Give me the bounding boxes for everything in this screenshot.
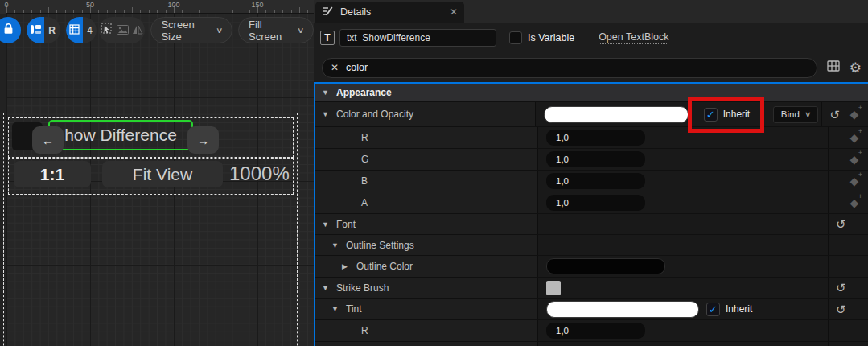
textblock-show-difference[interactable]: how Difference — [64, 126, 177, 145]
chevron-down-icon: ∨ — [216, 26, 224, 35]
expander-icon[interactable]: ▼ — [331, 305, 339, 313]
tab-details[interactable]: Details ✕ — [315, 2, 464, 23]
nav-left-button[interactable]: ← — [32, 126, 64, 154]
designer-viewport[interactable]: 050100150 R — [0, 0, 314, 346]
row-a[interactable]: A 1,0 ◆+ — [315, 192, 868, 214]
row-font[interactable]: ▼ Font ↺ — [315, 214, 868, 235]
value-field[interactable]: 1,0 — [546, 323, 645, 339]
grid-icon — [69, 23, 80, 38]
ruler-horizontal: 050100150 — [6, 0, 314, 14]
zoom-percent-text[interactable]: 1000% — [229, 163, 290, 185]
row-outline-color[interactable]: ▶ Outline Color — [315, 256, 868, 278]
row-outline-settings[interactable]: ▼ Outline Settings — [315, 235, 868, 256]
reset-to-default-icon[interactable]: ↺ — [836, 303, 846, 315]
property-label: R — [361, 325, 368, 336]
expander-icon[interactable]: ▼ — [322, 220, 330, 229]
row-r[interactable]: R 1,0 ◆+ — [315, 127, 868, 149]
chevron-down-icon: ∨ — [297, 26, 305, 35]
add-keyframe-icon[interactable]: ◆+ — [848, 109, 861, 120]
grid-snap-size[interactable]: 4 — [83, 17, 97, 43]
plus-glyph: + — [858, 128, 862, 135]
grid-snap-group: 4 — [66, 17, 97, 43]
tab-bar: Details ✕ — [314, 0, 868, 23]
expander-icon[interactable]: ▼ — [331, 241, 339, 249]
reset-to-default-icon[interactable]: ↺ — [836, 218, 846, 230]
plus-glyph: + — [858, 150, 862, 157]
property-label: Tint — [346, 303, 362, 315]
tab-title: Details — [340, 6, 443, 18]
row-b[interactable]: B 1,0 ◆+ — [315, 171, 868, 192]
outline-mode-group: R — [27, 17, 60, 43]
textblock-type-icon: T — [320, 31, 335, 45]
close-icon[interactable]: ✕ — [450, 6, 458, 18]
color-swatch[interactable] — [546, 258, 665, 274]
plus-glyph: + — [858, 193, 862, 200]
brush-swatch[interactable] — [546, 281, 561, 295]
row-partial — [315, 342, 868, 346]
value-field[interactable]: 1,0 — [546, 151, 645, 167]
add-keyframe-icon[interactable]: ◆+ — [848, 132, 861, 143]
fit-view-button[interactable]: Fit View — [102, 161, 223, 187]
property-label: Font — [336, 219, 356, 230]
is-variable-label: Is Variable — [528, 32, 574, 43]
widget-name-input[interactable] — [339, 29, 496, 47]
search-row: ✕ ⚙ — [314, 53, 868, 82]
bind-dropdown[interactable]: Bind ∨ — [773, 106, 819, 123]
add-keyframe-icon[interactable]: ◆+ — [848, 175, 861, 187]
property-label: G — [361, 154, 368, 165]
image-icon[interactable] — [117, 23, 129, 38]
expander-icon[interactable]: ▶ — [342, 262, 350, 270]
row-strike-brush[interactable]: ▼ Strike Brush ↺ — [315, 278, 868, 299]
row-tint[interactable]: ▼ Tint ✓ Inherit ↺ — [315, 299, 868, 320]
fill-screen-dropdown[interactable]: Fill Screen ∨ — [238, 17, 314, 43]
right-arrow-icon: → — [197, 134, 209, 147]
view-options-icon[interactable] — [827, 60, 840, 75]
row-tint-r[interactable]: R 1,0 — [315, 320, 868, 342]
grid-snap-button[interactable] — [66, 17, 84, 43]
category-appearance[interactable]: ▼ Appearance — [315, 84, 868, 102]
expander-icon[interactable]: ▼ — [322, 110, 330, 118]
inherit-label: Inherit — [726, 303, 752, 315]
reset-to-default-icon[interactable]: ↺ — [829, 109, 840, 121]
value-field[interactable]: 1,0 — [546, 130, 645, 146]
is-variable-checkbox[interactable] — [509, 31, 522, 44]
screen-size-dropdown[interactable]: Screen Size ∨ — [150, 17, 232, 43]
color-swatch[interactable] — [546, 301, 699, 318]
property-label: Outline Settings — [346, 240, 414, 251]
plus-glyph: + — [858, 105, 862, 112]
check-icon: ✓ — [709, 304, 718, 315]
reset-to-default-icon[interactable]: ↺ — [836, 282, 846, 294]
expander-icon[interactable]: ▼ — [322, 89, 330, 97]
red-highlight-box — [688, 97, 764, 133]
select-cursor-icon[interactable] — [101, 23, 113, 38]
search-input[interactable] — [346, 62, 808, 73]
fill-screen-label: Fill Screen — [249, 19, 292, 43]
gear-icon[interactable]: ⚙ — [849, 61, 862, 75]
inherit-checkbox[interactable]: ✓ — [706, 303, 720, 316]
expander-icon[interactable]: ▼ — [322, 284, 330, 292]
value-field[interactable]: 1,0 — [546, 195, 645, 211]
bind-label: Bind — [781, 109, 800, 119]
property-label: Outline Color — [356, 261, 413, 272]
widget-outlines-button[interactable] — [27, 17, 44, 43]
add-keyframe-icon[interactable]: ◆+ — [848, 154, 861, 165]
open-textblock-link[interactable]: Open TextBlock — [599, 31, 668, 44]
one-to-one-button[interactable]: 1:1 — [14, 161, 91, 187]
color-swatch[interactable] — [544, 106, 689, 123]
add-keyframe-icon[interactable]: ◆+ — [848, 197, 861, 208]
chevron-down-icon: ∨ — [804, 110, 812, 118]
respect-locks-button[interactable]: R — [44, 17, 60, 43]
flip-icon[interactable] — [132, 23, 143, 38]
umg-editor: 050100150 R — [0, 0, 868, 346]
lock-icon — [3, 23, 14, 38]
details-icon — [322, 5, 334, 20]
row-color-and-opacity[interactable]: ▼ Color and Opacity ✓ Inherit Bind ∨ ↺ ◆… — [315, 102, 868, 127]
widgets-icon — [30, 23, 42, 38]
search-box[interactable]: ✕ — [322, 58, 817, 78]
value-field[interactable]: 1,0 — [546, 173, 645, 189]
ruler-number: 150 — [251, 1, 263, 9]
lock-button[interactable] — [0, 17, 21, 43]
row-g[interactable]: G 1,0 ◆+ — [315, 149, 868, 171]
clear-search-icon[interactable]: ✕ — [331, 62, 339, 73]
nav-right-button[interactable]: → — [187, 126, 219, 154]
